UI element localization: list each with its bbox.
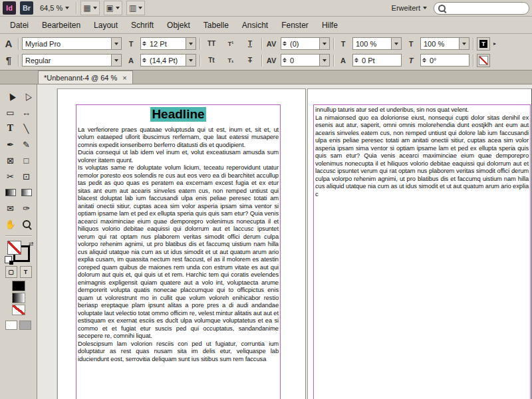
menu-datei[interactable]: Datei	[4, 19, 35, 32]
vertical-scale-select[interactable]: 100 %	[352, 37, 402, 50]
formatting-affects-text-button[interactable]: T	[20, 266, 32, 278]
font-family-select[interactable]: Myriad Pro	[22, 37, 122, 50]
skew-icon: T	[405, 57, 417, 65]
font-style-select[interactable]: Regular	[22, 54, 122, 66]
divider	[261, 38, 262, 50]
apply-color-button[interactable]	[12, 281, 25, 291]
baseline-shift-field[interactable]: 0 Pt	[352, 54, 402, 66]
menu-schrift[interactable]: Schrift	[125, 19, 160, 32]
menu-hilfe[interactable]: Hilfe	[316, 19, 344, 32]
panel-menu-icon[interactable]: ▸	[493, 41, 496, 47]
body-paragraph: La verferiorere praes quataae voluptusda…	[78, 126, 279, 149]
pasteboard[interactable]: Headline La verferiorere praes quataae v…	[37, 84, 532, 399]
kerning-stepper[interactable]	[281, 41, 287, 46]
horizontal-scale-value: 100 %	[421, 40, 459, 48]
hand-tool[interactable]: ✋	[3, 216, 19, 232]
horizontal-scale-select[interactable]: 100 %	[420, 37, 469, 50]
menu-tabelle[interactable]: Tabelle	[198, 19, 235, 32]
selection-tool-icon: ▶	[5, 91, 15, 101]
arrange-documents-icon: ▥	[129, 3, 136, 13]
superscript-button[interactable]: T¹	[223, 37, 239, 51]
leading-icon: A	[125, 57, 137, 65]
direct-selection-tool-icon: ▷	[21, 91, 31, 101]
kerning-icon: AV	[265, 40, 277, 48]
subscript-button[interactable]: T₁	[223, 53, 239, 67]
underline-button[interactable]: T	[242, 37, 258, 51]
view-options-button[interactable]: ▦	[80, 1, 99, 15]
gap-tool[interactable]: ↔	[19, 104, 35, 120]
zoom-tool[interactable]	[19, 216, 35, 232]
direct-selection-tool[interactable]: ▷	[19, 88, 35, 104]
default-fill-stroke-icon[interactable]	[5, 256, 12, 263]
apply-none-button[interactable]	[12, 305, 25, 315]
strikethrough-button[interactable]: T	[242, 53, 258, 67]
selection-tool[interactable]: ▶	[3, 88, 19, 104]
tracking-stepper[interactable]	[281, 58, 287, 63]
normal-view-button[interactable]	[5, 321, 17, 330]
menu-fenster[interactable]: Fenster	[275, 19, 315, 32]
tracking-select[interactable]: 0	[281, 54, 330, 66]
close-icon[interactable]: ×	[122, 74, 126, 82]
skew-field[interactable]: 0°	[420, 54, 469, 66]
line-tool-icon: ╲	[24, 124, 29, 133]
gradient-swatch-tool[interactable]	[3, 184, 19, 200]
menu-objekt[interactable]: Objekt	[161, 19, 196, 32]
document-tab-bar: *Unbenannt-4 @ 64 % ×	[0, 70, 532, 84]
pen-tool[interactable]: ✒	[3, 136, 19, 152]
all-caps-button[interactable]: TT	[203, 37, 219, 51]
workspace-label: Erweitert	[392, 4, 420, 12]
baseline-shift-value: 0 Pt	[359, 57, 401, 65]
free-transform-tool[interactable]: ⊡	[19, 168, 35, 184]
leading-select[interactable]: (14,4 Pt)	[140, 54, 196, 66]
document-tab[interactable]: *Unbenannt-4 @ 64 % ×	[38, 70, 133, 84]
formatting-affects-container-button[interactable]: ▢	[5, 266, 17, 278]
text-frame-right[interactable]: innullup taturis atur sed et underibus, …	[313, 104, 531, 399]
font-size-stepper[interactable]	[141, 41, 147, 46]
vertical-scale-value: 100 %	[353, 40, 391, 48]
small-caps-button[interactable]: Tt	[203, 53, 219, 67]
chevron-down-icon	[189, 43, 193, 45]
kerning-select[interactable]: (0)	[281, 37, 330, 50]
workspace-switcher[interactable]: Erweitert	[389, 3, 430, 13]
preview-view-button[interactable]	[19, 321, 31, 330]
menu-layout[interactable]: Layout	[88, 19, 124, 32]
paragraph-formatting-icon[interactable]: ¶	[3, 55, 15, 66]
character-color-button[interactable]: T	[477, 37, 490, 51]
baseline-shift-stepper[interactable]	[353, 58, 359, 63]
divider	[200, 55, 200, 66]
skew-stepper[interactable]	[421, 58, 427, 63]
type-tool[interactable]: T	[3, 120, 19, 136]
zoom-level-select[interactable]: 64,5 %	[37, 3, 72, 13]
character-stroke-none-button[interactable]	[477, 54, 490, 67]
leading-stepper[interactable]	[141, 58, 147, 63]
menu-bearbeiten[interactable]: Bearbeiten	[36, 19, 86, 32]
rectangle-tool[interactable]: □	[19, 152, 35, 168]
pencil-tool[interactable]: ✎	[19, 136, 35, 152]
view-options-icon: ▦	[83, 3, 90, 13]
screen-mode-button[interactable]: ▣	[104, 1, 122, 15]
line-tool[interactable]: ╲	[19, 120, 35, 136]
swap-fill-stroke-icon[interactable]: ⇄	[29, 241, 34, 247]
divider	[333, 38, 334, 50]
horizontal-scale-icon: T	[405, 40, 417, 48]
text-frame-left[interactable]: Headline La verferiorere praes quataae v…	[76, 104, 281, 399]
menu-bar: Datei Bearbeiten Layout Schrift Objekt T…	[0, 17, 532, 34]
tracking-icon: AV	[265, 57, 277, 65]
arrange-documents-button[interactable]: ▥	[126, 1, 145, 15]
control-panel: A Myriad Pro T 12 Pt TT T¹ T AV (0)	[0, 34, 532, 70]
scissors-tool[interactable]: ✂	[3, 168, 19, 184]
menu-ansicht[interactable]: Ansicht	[236, 19, 274, 32]
page-tool[interactable]: ▭	[3, 104, 19, 120]
rectangle-frame-tool[interactable]: ⊠	[3, 152, 19, 168]
divider	[333, 55, 334, 66]
font-size-select[interactable]: 12 Pt	[140, 37, 196, 50]
apply-gradient-button[interactable]	[12, 293, 25, 303]
bridge-button[interactable]: Br	[20, 1, 33, 15]
zoom-tool-icon	[23, 220, 31, 228]
fill-swatch[interactable]	[7, 241, 21, 255]
eyedropper-tool[interactable]: ✑	[19, 200, 35, 216]
character-formatting-icon[interactable]: A	[3, 38, 15, 49]
search-input[interactable]	[434, 2, 529, 15]
gradient-feather-tool[interactable]	[19, 184, 35, 200]
note-tool[interactable]: ✉	[3, 200, 19, 216]
